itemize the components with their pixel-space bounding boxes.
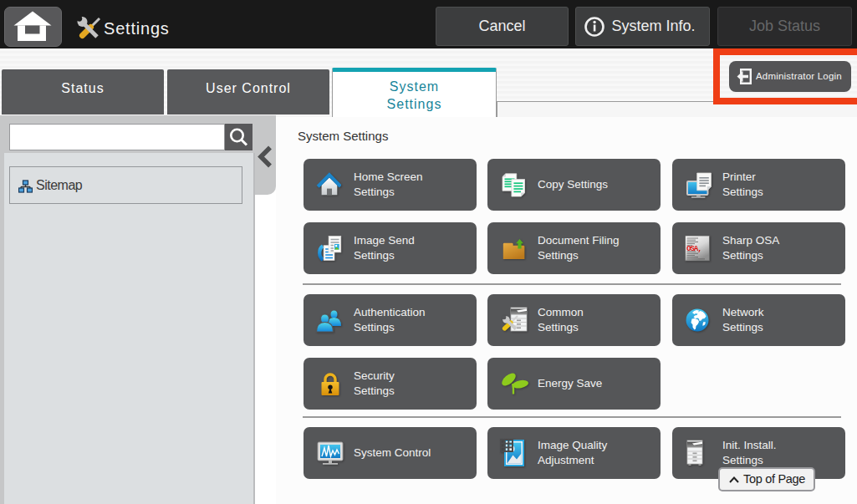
- svg-text:OSA,: OSA,: [686, 245, 701, 253]
